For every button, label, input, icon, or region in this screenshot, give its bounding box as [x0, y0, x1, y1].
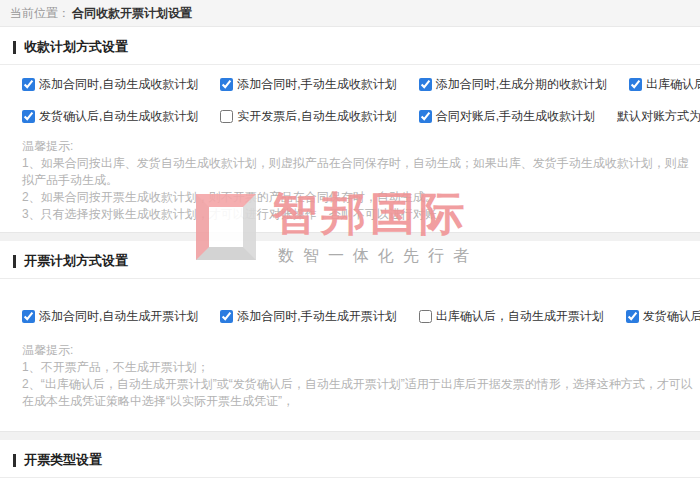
tip-line: 1、如果合同按出库、发货自动生成收款计划，则虚拟产品在合同保存时，自动生成；如果…: [22, 155, 700, 189]
checkbox-item-auto-receipt-on-outbound[interactable]: 出库确认后,自动生成收款计划: [629, 76, 700, 93]
checkbox[interactable]: [629, 78, 642, 91]
section-header: 收款计划方式设置: [0, 39, 700, 55]
tip-line: 2、“出库确认后，自动生成开票计划”或“发货确认后，自动生成开票计划”适用于出库…: [22, 376, 700, 410]
section-header-bar: [13, 41, 16, 54]
checkbox[interactable]: [220, 310, 233, 323]
reconcile-mode-label: 默认对账方式为:: [617, 108, 700, 125]
checkbox-label: 添加合同时,手动生成收款计划: [237, 76, 396, 93]
checkbox[interactable]: [22, 310, 35, 323]
tips-block: 温馨提示: 1、如果合同按出库、发货自动生成收款计划，则虚拟产品在合同保存时，自…: [0, 138, 700, 223]
section-header-bar: [13, 255, 16, 268]
default-reconcile-mode-group: 默认对账方式为: 按合同对账: [617, 106, 700, 127]
tip-line: 3、只有选择按对账生成收款计划，才可以进行对账操作，否则不可以进行对账。: [22, 206, 700, 223]
divider: [0, 64, 700, 65]
tips-title: 温馨提示:: [22, 342, 700, 359]
tips-title: 温馨提示:: [22, 138, 700, 155]
checkbox-label: 添加合同时,手动生成开票计划: [237, 308, 396, 325]
checkbox-item-manual-receipt-on-reconcile[interactable]: 合同对账后,手动生成收款计划: [419, 108, 595, 125]
checkbox-label: 发货确认后，自动生成开票计划: [643, 308, 700, 325]
page-title: 合同收款开票计划设置: [72, 6, 192, 20]
section-title: 开票计划方式设置: [24, 252, 128, 270]
checkbox-label: 合同对账后,手动生成收款计划: [436, 108, 595, 125]
checkbox[interactable]: [626, 310, 639, 323]
checkbox-label: 添加合同时,自动生成开票计划: [39, 308, 198, 325]
checkbox-row: 添加合同时,自动生成收款计划 添加合同时,手动生成收款计划 添加合同时,生成分期…: [0, 76, 700, 93]
divider: [0, 477, 700, 478]
section-separator: [0, 232, 700, 241]
section-invoice-type-settings: 开票类型设置 明细开票 汇总开票 不开票 温馨提示: 1、如果选择按开票对账，则…: [0, 440, 700, 502]
checkbox-item-auto-invoice-on-contract[interactable]: 添加合同时,自动生成开票计划: [22, 308, 198, 325]
section-header: 开票类型设置: [0, 452, 700, 468]
checkbox-item-installment-receipt-on-contract[interactable]: 添加合同时,生成分期的收款计划: [419, 76, 607, 93]
checkbox-item-auto-invoice-on-shipment[interactable]: 发货确认后，自动生成开票计划: [626, 308, 700, 325]
checkbox-label: 出库确认后，自动生成开票计划: [436, 308, 604, 325]
checkbox-label: 出库确认后,自动生成收款计划: [646, 76, 700, 93]
checkbox-label: 实开发票后,自动生成收款计划: [237, 108, 396, 125]
checkbox-label: 添加合同时,生成分期的收款计划: [436, 76, 607, 93]
section-receipt-plan-settings: 收款计划方式设置 添加合同时,自动生成收款计划 添加合同时,手动生成收款计划 添…: [0, 27, 700, 223]
checkbox[interactable]: [419, 110, 432, 123]
divider: [0, 278, 700, 279]
checkbox[interactable]: [22, 110, 35, 123]
section-header: 开票计划方式设置: [0, 253, 700, 269]
checkbox[interactable]: [22, 78, 35, 91]
checkbox-item-manual-invoice-on-contract[interactable]: 添加合同时,手动生成开票计划: [220, 308, 396, 325]
section-separator: [0, 431, 700, 440]
checkbox-item-auto-receipt-on-invoice[interactable]: 实开发票后,自动生成收款计划: [220, 108, 396, 125]
section-invoice-plan-settings: 开票计划方式设置 添加合同时,自动生成开票计划 添加合同时,手动生成开票计划 出…: [0, 241, 700, 410]
checkbox-label: 发货确认后,自动生成收款计划: [39, 108, 198, 125]
checkbox-label: 添加合同时,自动生成收款计划: [39, 76, 198, 93]
tip-line: 2、如果合同按开票生成收款计划，则不开票的产品在合同保存时，自动生成。: [22, 189, 700, 206]
checkbox-item-manual-receipt-on-contract[interactable]: 添加合同时,手动生成收款计划: [220, 76, 396, 93]
tip-line: 1、不开票产品，不生成开票计划；: [22, 359, 700, 376]
checkbox-item-auto-invoice-on-outbound[interactable]: 出库确认后，自动生成开票计划: [419, 308, 604, 325]
section-header-bar: [13, 454, 16, 467]
checkbox[interactable]: [220, 110, 233, 123]
checkbox[interactable]: [419, 310, 432, 323]
checkbox-item-auto-receipt-on-contract[interactable]: 添加合同时,自动生成收款计划: [22, 76, 198, 93]
checkbox[interactable]: [419, 78, 432, 91]
checkbox-item-auto-receipt-on-shipment[interactable]: 发货确认后,自动生成收款计划: [22, 108, 198, 125]
section-title: 开票类型设置: [24, 451, 102, 469]
breadcrumb-label: 当前位置：: [10, 6, 70, 20]
checkbox[interactable]: [220, 78, 233, 91]
checkbox-row: 发货确认后,自动生成收款计划 实开发票后,自动生成收款计划 合同对账后,手动生成…: [0, 106, 700, 127]
checkbox-row: 添加合同时,自动生成开票计划 添加合同时,手动生成开票计划 出库确认后，自动生成…: [0, 308, 700, 325]
tips-block: 温馨提示: 1、不开票产品，不生成开票计划； 2、“出库确认后，自动生成开票计划…: [0, 342, 700, 410]
section-title: 收款计划方式设置: [24, 38, 128, 56]
breadcrumb: 当前位置：合同收款开票计划设置: [0, 0, 700, 27]
